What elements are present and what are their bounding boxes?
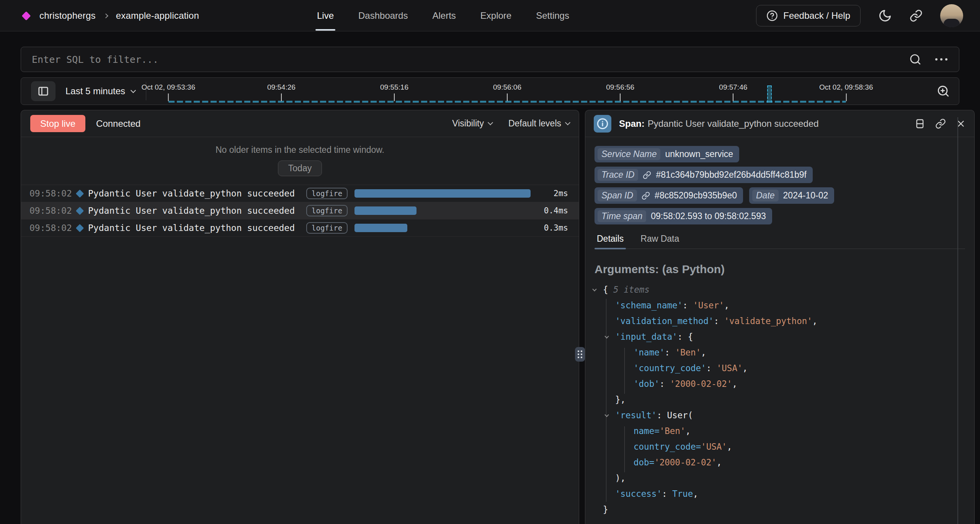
property-value: 2024-10-02 [783,190,828,201]
span-panel-body: Service Nameunknown_serviceTrace ID#81c3… [585,138,974,524]
code-segment: name= [634,426,660,436]
span-property-badges: Service Nameunknown_serviceTrace ID#81c3… [595,146,965,224]
detail-tab-details[interactable]: Details [596,231,624,249]
tab-live[interactable]: Live [317,0,334,31]
sql-filter-bar [21,47,959,72]
detail-tab-raw-data[interactable]: Raw Data [640,231,680,249]
code-segment: 'input_data' [615,332,678,342]
property-pill-trace-id[interactable]: Trace ID#81c364b79bbd92ef26b4dd5ff4c81b9… [595,167,813,183]
breadcrumb: christophergs example-application [21,0,199,31]
timeline-zoom-button[interactable] [937,77,950,105]
badge-row: Trace ID#81c364b79bbd92ef26b4dd5ff4c81b9… [595,167,965,183]
dark-mode-moon-icon[interactable] [878,9,892,23]
tab-dashboards[interactable]: Dashboards [358,0,408,31]
duration-bar-track [354,223,543,233]
breadcrumb-project[interactable]: example-application [116,10,199,21]
collapse-chevron-icon[interactable] [592,287,596,291]
log-tag[interactable]: logfire [306,188,348,199]
code-segment: 'USA' [717,363,743,373]
span-title-prefix: Span: [619,118,645,129]
code-segment: , [732,379,737,389]
log-tag[interactable]: logfire [306,222,348,234]
visibility-dropdown[interactable]: Visibility [452,118,492,129]
default-levels-dropdown[interactable]: Default levels [508,118,570,129]
property-pill-time-span: Time span09:58:02.593 to 09:58:02.593 [595,208,772,224]
property-label: Span ID [598,190,637,201]
empty-window-section: No older items in the selected time wind… [21,137,579,185]
stop-live-button[interactable]: Stop live [30,115,85,132]
code-segment: , [717,457,722,467]
code-segment: , [724,300,729,310]
log-duration: 0.3ms [543,223,579,233]
tab-explore[interactable]: Explore [480,0,511,31]
panel-scrollbar[interactable] [957,117,958,524]
collapse-chevron-icon[interactable] [604,334,609,338]
property-pill-span-id[interactable]: Span ID#8c85209cb935b9e0 [595,187,743,204]
span-info-icon [594,115,611,133]
copy-link-icon[interactable] [935,118,946,129]
timeline-tick: Oct 02, 09:53:36 [141,78,195,101]
time-range-select[interactable]: Last 5 minutes [65,86,135,97]
split-view-icon[interactable] [915,118,925,129]
panel-resize-handle[interactable] [575,347,585,362]
span-panel-header: Span:Pydantic User validate_python succe… [585,110,974,137]
property-pill-date: Date2024-10-02 [749,187,834,204]
code-line: 'schema_name': 'User', [595,298,965,313]
feedback-help-button[interactable]: Feedback / Help [756,5,861,26]
code-segment: { [603,285,608,295]
timeline-tick-mark [507,93,508,101]
code-line: { 5 items [595,282,965,298]
feedback-help-label: Feedback / Help [783,10,850,21]
timeline-tick-label: 09:54:26 [267,83,296,92]
search-icon[interactable] [909,53,921,66]
today-button[interactable]: Today [278,160,322,176]
code-segment: 'USA' [701,442,727,452]
tab-alerts[interactable]: Alerts [432,0,456,31]
log-duration: 0.4ms [543,206,579,215]
chevron-down-icon [488,120,493,125]
code-segment: 'dob' [634,379,660,389]
breadcrumb-org[interactable]: christophergs [39,10,96,21]
code-segment: 'schema_name' [615,300,683,310]
timeline-tick-label: 09:55:16 [380,83,408,92]
share-link-icon[interactable] [910,9,923,22]
badge-row: Service Nameunknown_service [595,146,965,162]
code-segment: : [683,300,693,310]
drag-dots-icon [578,350,582,358]
sql-filter-actions [909,53,959,66]
more-options-icon[interactable] [935,58,947,61]
timeline-tick-label: 09:56:56 [606,83,634,92]
log-row[interactable]: 09:58:02Pydantic User validate_python su… [21,185,579,202]
code-segment: : [706,363,717,373]
log-row[interactable]: 09:58:02Pydantic User validate_python su… [21,202,579,219]
logfire-logo-icon[interactable] [21,11,31,20]
empty-window-message: No older items in the selected time wind… [216,145,384,155]
span-detail-panel: Span:Pydantic User validate_python succe… [585,110,975,524]
span-title: Span:Pydantic User validate_python succe… [619,118,819,129]
sidebar-toggle-button[interactable] [31,81,56,101]
code-line: 'input_data': { [595,329,965,345]
collapse-chevron-icon[interactable] [604,413,609,417]
code-segment: , [812,316,818,326]
sql-filter-input[interactable] [21,47,909,72]
timeline-bar: Last 5 minutes Oct 02, 09:53:3609:54:260… [21,77,959,105]
timeline-tick-label: 09:57:46 [719,83,747,92]
code-segment: , [742,363,748,373]
log-row[interactable]: 09:58:02Pydantic User validate_python su… [21,219,579,237]
top-nav-bar: christophergs example-application LiveDa… [0,0,980,31]
tab-settings[interactable]: Settings [536,0,569,31]
timeline-tick-mark [394,93,395,101]
log-tag[interactable]: logfire [306,205,348,216]
timeline-tick-mark [620,93,621,101]
code-segment: '2000-02-02' [670,379,732,389]
timeline-plot[interactable]: Oct 02, 09:53:3609:54:2609:55:1609:56:06… [150,78,910,105]
time-range-label: Last 5 minutes [65,86,125,97]
code-segment: , [693,489,698,499]
code-line: } [595,502,965,517]
timeline-tick-mark [846,93,846,101]
code-segment: : { [678,332,693,342]
timeline-tick-mark [168,93,169,101]
code-segment: : [662,489,672,499]
log-timestamp: 09:58:02 [29,188,76,198]
user-avatar[interactable] [940,4,963,27]
